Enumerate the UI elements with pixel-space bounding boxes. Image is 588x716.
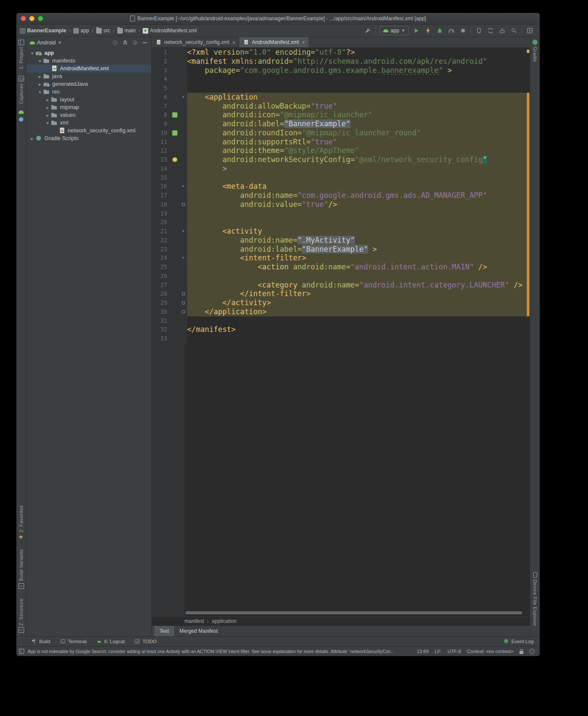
tree-item-gradle-scripts[interactable]: ▸Gradle Scripts [26, 134, 151, 142]
code-line-27[interactable]: 27 <category android:name="android.inten… [152, 281, 530, 290]
code-line-15[interactable]: 15 [152, 173, 530, 182]
toolwindow-grid-icon[interactable] [526, 27, 534, 34]
code-line-20[interactable]: 20 [152, 218, 530, 227]
chevron-down-icon[interactable]: ▾ [37, 90, 43, 94]
code-line-13[interactable]: 13 android:networkSecurityConfig="@xml/n… [152, 155, 530, 164]
chevron-right-icon[interactable]: ▸ [37, 74, 43, 79]
chevron-down-icon[interactable]: ▾ [29, 51, 35, 56]
code-line-11[interactable]: 11 android:supportsRtl="true" [152, 138, 530, 147]
code-line-17[interactable]: 17 android:name="com.google.android.gms.… [152, 191, 530, 200]
event-log-button[interactable]: Event Log [503, 638, 534, 644]
tab-merged-manifest[interactable]: Merged Manifest [174, 626, 223, 636]
device-manager-icon[interactable] [475, 27, 483, 34]
toolwindow-button-logcat[interactable]: 6: Logcat [96, 638, 125, 644]
code-line-26[interactable]: 26 [152, 272, 530, 281]
toolwindow-button-project[interactable]: 1: Project [19, 40, 24, 69]
run-configuration-select[interactable]: app ▼ [380, 26, 409, 35]
chevron-down-icon[interactable]: ▾ [44, 121, 51, 125]
scroll-from-source-icon[interactable] [112, 40, 118, 46]
profiler-button[interactable] [447, 27, 455, 34]
breadcrumb-src[interactable]: src [96, 28, 110, 34]
fold-end-marker-icon[interactable] [179, 200, 187, 209]
tree-item-java[interactable]: ▸java [26, 72, 151, 80]
toolwindow-button-todo[interactable]: TODO [134, 638, 156, 644]
selection-stripe-mark[interactable] [527, 93, 529, 316]
minimize-window-button[interactable] [29, 16, 34, 21]
fold-marker-icon[interactable]: ▾ [179, 93, 187, 102]
toolwindow-switcher-icon[interactable] [19, 649, 24, 654]
code-line-29[interactable]: 29 </activity> [152, 298, 530, 307]
tree-item-res[interactable]: ▾res [26, 88, 151, 96]
tree-item-network-security-config-xml[interactable]: network_security_config.xml [26, 127, 151, 134]
project-view-selector[interactable]: Android [37, 40, 56, 46]
tree-item-app[interactable]: ▾app [26, 49, 151, 57]
fold-end-marker-icon[interactable] [179, 298, 187, 307]
code-line-33[interactable]: 33 [152, 334, 530, 343]
code-line-18[interactable]: 18 android:value="true"/> [152, 200, 530, 209]
chevron-right-icon[interactable]: ▸ [44, 113, 51, 118]
tab-androidmanifest[interactable]: AndroidManifest.xml × [239, 37, 309, 47]
chevron-down-icon[interactable]: ▾ [37, 59, 43, 63]
breadcrumb-manifest[interactable]: manifest [185, 618, 204, 624]
tree-item-manifests[interactable]: ▾manifests [26, 57, 151, 65]
close-window-button[interactable] [21, 16, 26, 21]
chevron-right-icon[interactable]: ▸ [29, 136, 35, 141]
toolwindow-button-terminal[interactable]: Terminal [60, 638, 87, 644]
code-line-32[interactable]: 32</manifest> [152, 325, 530, 334]
fold-marker-icon[interactable]: ▾ [179, 253, 187, 263]
launcher-icon-preview[interactable] [172, 130, 178, 136]
code-line-7[interactable]: 7 android:allowBackup="true" [152, 102, 530, 111]
chevron-right-icon[interactable]: ▸ [44, 97, 51, 102]
toolwindow-button-gradle[interactable]: Gradle [532, 40, 538, 62]
stop-button[interactable] [459, 27, 467, 34]
file-encoding[interactable]: UTF-8 [447, 649, 461, 654]
launcher-icon-preview[interactable] [172, 112, 178, 118]
toolwindow-button-captures[interactable]: Captures [19, 76, 24, 104]
sdk-manager-icon[interactable] [498, 27, 506, 34]
sync-gradle-icon[interactable] [487, 27, 494, 34]
code-line-9[interactable]: 9 android:label="BannerExample" [152, 119, 530, 128]
code-editor[interactable]: 1<?xml version="1.0" encoding="utf-8"?>2… [152, 48, 530, 616]
resource-toolwindow-icon[interactable] [19, 117, 23, 122]
breadcrumb-file[interactable]: AndroidManifest.xml [143, 28, 197, 34]
toolwindow-button-build[interactable]: Build [31, 638, 50, 644]
collapse-all-icon[interactable] [122, 40, 128, 46]
error-stripe[interactable] [526, 48, 530, 616]
search-icon[interactable] [510, 27, 518, 34]
fold-marker-icon[interactable]: ▾ [179, 182, 187, 191]
tree-item-layout[interactable]: ▸layout [26, 96, 151, 103]
code-line-25[interactable]: 25 <action android:name="android.intent.… [152, 263, 530, 272]
lock-icon[interactable] [519, 651, 523, 654]
code-line-4[interactable]: 4 [152, 75, 530, 84]
horizontal-scrollbar[interactable] [185, 611, 522, 614]
code-line-8[interactable]: 8 android:icon="@mipmap/ic_launcher" [152, 110, 530, 119]
toolwindow-button-device-file-explorer[interactable]: Device File Explorer [532, 572, 538, 626]
close-icon[interactable]: × [302, 39, 305, 46]
android-toolwindow-icon[interactable] [19, 110, 24, 114]
code-line-22[interactable]: 22 android:name=".MyActivity" [152, 236, 530, 245]
code-line-1[interactable]: 1<?xml version="1.0" encoding="utf-8"?> [152, 48, 530, 57]
tree-item-generatedjava[interactable]: ▸generatedJava [26, 80, 151, 88]
gear-icon[interactable] [132, 40, 138, 46]
toolwindow-button-structure[interactable]: Z: Structure [19, 598, 24, 633]
breadcrumb-app[interactable]: app [73, 28, 89, 34]
zoom-window-button[interactable] [38, 16, 43, 21]
code-line-16[interactable]: 16▾ <meta-data [152, 182, 530, 191]
apply-changes-icon[interactable] [424, 27, 432, 34]
code-line-5[interactable]: 5 [152, 84, 530, 93]
intention-bulb-icon[interactable] [172, 157, 177, 162]
chevron-right-icon[interactable]: ▸ [37, 82, 43, 87]
toolwindow-button-build-variants[interactable]: Build Variants [19, 549, 24, 588]
tab-text[interactable]: Text [154, 626, 174, 636]
wrench-icon[interactable] [364, 27, 372, 34]
warning-stripe-mark[interactable] [527, 50, 529, 53]
run-button[interactable] [413, 27, 420, 34]
line-separator[interactable]: LF: [435, 649, 441, 654]
highlighting-indicator-icon[interactable] [529, 649, 535, 654]
code-line-23[interactable]: 23 android:label="BannerExample" > [152, 245, 530, 254]
title-bar[interactable]: BannerExample [~/src/github/android-exam… [16, 13, 540, 25]
code-line-21[interactable]: 21▾ <activity [152, 227, 530, 236]
close-icon[interactable]: × [232, 39, 236, 46]
code-line-3[interactable]: 3 package="com.google.android.gms.exampl… [152, 66, 530, 75]
code-line-30[interactable]: 30 </application> [152, 307, 530, 316]
